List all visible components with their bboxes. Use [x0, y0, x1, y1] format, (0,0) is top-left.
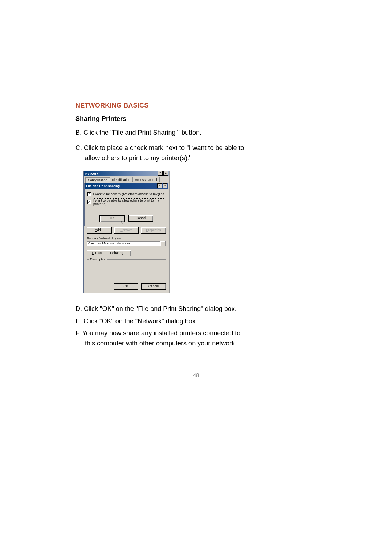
step-c-line1: C. Click to place a check mark next to "…	[75, 144, 244, 151]
checkbox-files[interactable]: ✓	[87, 192, 91, 196]
sub-heading: Sharing Printers	[75, 115, 246, 123]
help-button[interactable]: ?	[158, 171, 163, 176]
primary-logon-value: Client for Microsoft Networks	[88, 242, 130, 245]
primary-logon-label: Primary Network Logon:	[87, 236, 166, 240]
primary-logon-dropdown[interactable]: Client for Microsoft Networks ▾	[87, 241, 166, 246]
network-title: Network	[85, 172, 98, 175]
fps-cancel-button[interactable]: Cancel	[128, 215, 153, 222]
description-groupbox: Description	[87, 259, 166, 278]
remove-button: Remove	[114, 227, 139, 234]
tab-strip: Configuration Identification Access Cont…	[84, 176, 169, 182]
fps-help-button[interactable]: ?	[157, 183, 162, 188]
tab-access-control[interactable]: Access Control	[132, 177, 160, 182]
step-b: B. Click the "File and Print Sharing·" b…	[75, 128, 246, 138]
properties-button: Properties	[141, 227, 166, 234]
check-printer-access[interactable]: ✓ I want to be able to allow others to p…	[87, 198, 165, 206]
check-files-access[interactable]: ✓ I want to be able to give others acces…	[87, 192, 165, 196]
add-button[interactable]: Add...	[87, 227, 112, 234]
fps-ok-button[interactable]: OK	[99, 215, 125, 222]
checkbox-printers[interactable]: ✓	[87, 200, 91, 204]
step-f-line2: this computer with other computers on yo…	[75, 339, 237, 349]
fps-titlebar: File and Print Sharing ? ×	[85, 183, 168, 189]
network-ok-button[interactable]: OK	[114, 283, 138, 290]
close-button[interactable]: ×	[163, 171, 168, 176]
network-titlebar: Network ? ×	[84, 171, 169, 176]
step-f-line1: F. You may now share any installed print…	[75, 329, 240, 337]
step-f: F. You may now share any installed print…	[75, 328, 246, 349]
chevron-down-icon[interactable]: ▾	[160, 241, 166, 246]
check-files-label: I want to be able to give others access …	[93, 192, 165, 196]
file-print-sharing-dialog: File and Print Sharing ? × ✓ I want to b…	[84, 183, 168, 226]
network-cancel-button[interactable]: Cancel	[141, 283, 166, 290]
page-number: 48	[0, 372, 392, 378]
section-heading: NETWORKING BASICS	[75, 102, 246, 109]
file-print-sharing-button[interactable]: File and Print Sharing...	[87, 250, 131, 256]
fps-close-button[interactable]: ×	[163, 183, 167, 188]
description-label: Description	[89, 258, 107, 261]
fps-title: File and Print Sharing	[85, 184, 120, 188]
tab-identification[interactable]: Identification	[110, 177, 133, 182]
network-dialog-screenshot: Network ? × Configuration Identification…	[83, 171, 169, 293]
step-c-line2: allow others to print to my printer(s)."	[75, 153, 191, 163]
check-printer-label: I want to be able to allow others to pri…	[93, 198, 165, 206]
step-e: E. Click "OK" on the "Network" dialog bo…	[75, 316, 246, 327]
step-c: C. Click to place a check mark next to "…	[75, 143, 246, 163]
step-d: D. Click "OK" on the "File and Print Sha…	[75, 304, 246, 314]
tab-configuration[interactable]: Configuration	[85, 177, 110, 183]
